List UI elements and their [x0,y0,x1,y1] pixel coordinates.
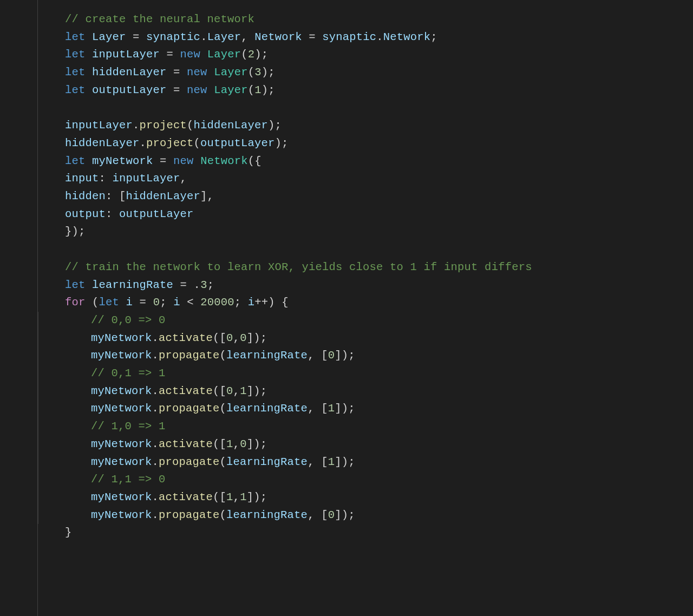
code-token: 0 [153,296,160,309]
code-token: : [ [106,190,126,202]
code-line[interactable]: // train the network to learn XOR, yield… [65,259,532,277]
code-token: 1 [254,84,261,96]
code-line[interactable]: // 0,1 => 1 [65,365,532,383]
code-token: = [167,48,174,61]
code-token: ); [261,84,275,96]
code-token: activate [159,332,213,344]
code-token: = [173,66,180,78]
code-token: // 1,0 => 1 [91,420,166,432]
code-token: ); [275,137,289,149]
code-line[interactable]: let learningRate = .3; [65,277,532,294]
code-token: 1 [328,456,335,468]
code-line[interactable]: // 0,0 => 0 [65,312,532,330]
code-line[interactable]: myNetwork.activate([1,1]); [65,489,532,507]
code-token: ]); [335,349,355,362]
code-line[interactable]: }); [65,223,532,241]
code-token: . [152,509,159,521]
code-token: new [187,84,207,96]
code-token: activate [159,438,213,450]
code-line[interactable]: myNetwork.propagate(learningRate, [1]); [65,400,532,418]
code-token: i [173,296,180,309]
code-token: inputLayer [65,119,133,132]
code-token: ], [200,190,214,202]
code-line[interactable]: } [65,524,532,542]
code-token [173,48,180,61]
code-line[interactable]: myNetwork.propagate(learningRate, [0]); [65,347,532,365]
code-line[interactable]: // 1,1 => 0 [65,471,532,489]
code-token: . [140,137,147,149]
code-token: , [233,491,240,503]
code-line[interactable]: hiddenLayer.project(outputLayer); [65,135,532,153]
code-token: learningRate [226,509,308,521]
code-line[interactable]: let myNetwork = new Network({ [65,153,532,171]
code-line[interactable]: // create the neural network [65,11,532,29]
code-token: let [65,31,86,43]
code-line[interactable]: // 1,0 => 1 [65,418,532,436]
code-line[interactable]: myNetwork.activate([0,1]); [65,383,532,401]
code-token [153,155,160,167]
code-token: synaptic [322,31,376,43]
code-token [180,296,187,309]
code-token: let [65,66,86,78]
code-line[interactable]: myNetwork.activate([0,0]); [65,330,532,348]
code-token: ([ [213,385,226,397]
code-line[interactable]: let inputLayer = new Layer(2); [65,46,532,64]
code-token: hidden [65,190,106,202]
code-token: let [65,84,86,96]
code-token: ); [254,48,268,61]
code-token: activate [159,491,213,503]
code-line[interactable] [65,241,532,259]
code-token: 0 [240,438,247,450]
code-line[interactable]: let hiddenLayer = new Layer(3); [65,64,532,82]
code-token: ]); [247,438,267,450]
code-token: output [65,208,106,220]
code-token: // 1,1 => 0 [91,473,166,486]
code-token: . [152,332,159,344]
code-token: , [241,31,254,43]
code-token [167,84,174,96]
code-token: , [233,385,240,397]
code-line[interactable]: input: inputLayer, [65,170,532,188]
code-token: myNetwork [91,385,152,397]
code-editor[interactable]: // create the neural networklet Layer = … [0,0,693,616]
code-token: input [65,172,99,185]
code-token: ; [160,296,173,309]
code-token [86,279,93,291]
code-token: Layer [214,84,248,96]
code-line[interactable] [65,100,532,117]
code-token: = [173,84,180,96]
code-area[interactable]: // create the neural networklet Layer = … [38,0,532,616]
code-line[interactable]: inputLayer.project(hiddenLayer); [65,117,532,135]
code-token: outputLayer [119,208,194,220]
code-line[interactable]: myNetwork.propagate(learningRate, [0]); [65,507,532,525]
code-line[interactable]: myNetwork.propagate(learningRate, [1]); [65,454,532,471]
code-token: ([ [213,491,226,503]
code-token: // 0,0 => 0 [91,314,166,326]
code-line[interactable]: output: outputLayer [65,206,532,224]
code-token [180,84,187,96]
code-token [133,296,140,309]
code-token: } [65,526,72,539]
code-line[interactable]: let outputLayer = new Layer(1); [65,82,532,100]
code-token [146,296,153,309]
code-token: ; [207,279,214,291]
code-line[interactable]: for (let i = 0; i < 20000; i++) { [65,294,532,312]
code-token [316,31,323,43]
code-token: learningRate [92,279,173,291]
code-token: 0 [240,332,247,344]
code-token: activate [159,385,213,397]
code-line[interactable]: myNetwork.activate([1,0]); [65,436,532,454]
code-token [302,31,309,43]
code-token [65,243,72,255]
code-token: Network [383,31,431,43]
code-token: let [65,48,86,61]
code-token: = [160,155,167,167]
code-token [119,296,126,309]
code-line[interactable]: hidden: [hiddenLayer], [65,188,532,206]
code-token [194,155,201,167]
code-token: // 0,1 => 1 [91,367,166,379]
code-token [86,48,93,61]
code-line[interactable]: let Layer = synaptic.Layer, Network = sy… [65,29,532,47]
code-token [194,296,201,309]
code-token: ( [92,296,99,309]
